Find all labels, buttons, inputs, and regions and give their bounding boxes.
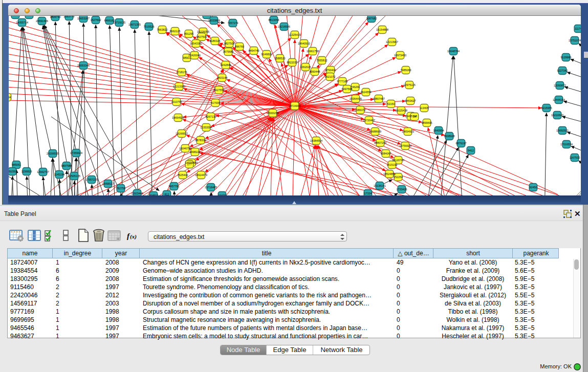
svg-text:16914479: 16914479	[195, 173, 207, 177]
svg-text:1640954: 1640954	[433, 129, 444, 132]
svg-text:10210643: 10210643	[551, 114, 563, 117]
svg-text:9498222: 9498222	[190, 150, 201, 154]
svg-text:17334: 17334	[364, 192, 372, 195]
svg-text:14055714: 14055714	[16, 21, 28, 24]
svg-text:11325419: 11325419	[289, 33, 301, 36]
svg-text:10653287: 10653287	[77, 17, 90, 20]
svg-text:16543382: 16543382	[190, 42, 202, 45]
svg-text:417006: 417006	[211, 101, 220, 104]
svg-text:9412: 9412	[468, 149, 474, 152]
svg-text:15720407: 15720407	[363, 119, 375, 122]
svg-text:7485063: 7485063	[401, 69, 411, 72]
svg-text:1621072: 1621072	[325, 75, 336, 78]
svg-text:8454749: 8454749	[249, 49, 259, 52]
svg-text:3624554: 3624554	[361, 91, 372, 94]
svg-text:1527602: 1527602	[91, 18, 101, 21]
svg-text:19218506: 19218506	[278, 25, 290, 28]
svg-text:9899695: 9899695	[422, 121, 432, 124]
svg-text:10958117: 10958117	[102, 182, 114, 185]
svg-text:746266: 746266	[351, 85, 360, 89]
svg-text:8427552: 8427552	[214, 89, 225, 92]
svg-text:8938928: 8938928	[444, 135, 455, 138]
svg-text:17957225: 17957225	[85, 178, 98, 181]
svg-text:891295: 891295	[184, 32, 193, 35]
svg-text:7357274: 7357274	[228, 21, 238, 25]
svg-text:2087682: 2087682	[366, 17, 377, 20]
svg-text:10671355: 10671355	[128, 23, 141, 26]
svg-text:9242845: 9242845	[221, 63, 231, 67]
svg-text:12093872: 12093872	[554, 84, 566, 87]
svg-text:12444154: 12444154	[553, 98, 565, 101]
svg-text:1167533: 1167533	[570, 156, 580, 159]
svg-text:19654923: 19654923	[402, 130, 414, 133]
svg-text:16046798: 16046798	[179, 147, 191, 150]
svg-text:62160: 62160	[387, 102, 395, 105]
svg-text:9084067: 9084067	[381, 152, 391, 155]
svg-text:18807249: 18807249	[374, 141, 386, 144]
svg-text:18640910: 18640910	[298, 42, 310, 45]
svg-text:7386372: 7386372	[355, 108, 366, 112]
svg-text:19654925: 19654925	[172, 116, 184, 119]
svg-text:2063779: 2063779	[64, 16, 75, 18]
svg-text:15692921: 15692921	[556, 129, 569, 132]
svg-text:252254: 252254	[394, 176, 403, 179]
svg-text:9129966: 9129966	[561, 56, 572, 59]
svg-text:8878334: 8878334	[195, 139, 206, 142]
svg-text:3675685: 3675685	[223, 50, 234, 53]
svg-text:92450: 92450	[530, 186, 537, 189]
svg-text:5215955: 5215955	[541, 106, 552, 110]
svg-text:10719135: 10719135	[113, 21, 125, 24]
svg-text:1145194: 1145194	[54, 173, 65, 176]
svg-text:177: 177	[187, 163, 192, 166]
svg-text:7515526: 7515526	[144, 25, 155, 28]
svg-text:11923448: 11923448	[131, 192, 143, 195]
svg-text:2064957: 2064957	[24, 16, 35, 16]
svg-text:113405: 113405	[420, 106, 429, 110]
svg-text:(x): (x)	[130, 233, 137, 240]
svg-text:10025438: 10025438	[395, 109, 407, 112]
svg-text:11174: 11174	[575, 27, 581, 30]
svg-text:53594: 53594	[9, 96, 11, 99]
svg-text:18300295: 18300295	[267, 112, 279, 115]
svg-text:28053346: 28053346	[77, 64, 90, 67]
svg-text:2803144: 2803144	[217, 76, 228, 79]
svg-text:12942737: 12942737	[37, 170, 49, 173]
svg-text:10807487: 10807487	[373, 97, 385, 100]
svg-text:1362615: 1362615	[300, 65, 311, 69]
svg-text:20364436: 20364436	[350, 97, 362, 100]
svg-text:1733426: 1733426	[397, 188, 407, 191]
svg-text:1806730: 1806730	[50, 16, 61, 18]
svg-text:6793402: 6793402	[325, 69, 336, 72]
svg-text:896760: 896760	[235, 45, 244, 48]
svg-text:20206535: 20206535	[47, 152, 59, 155]
svg-text:12213967: 12213967	[386, 40, 398, 43]
svg-text:19384554: 19384554	[310, 139, 322, 142]
svg-text:8186325: 8186325	[210, 39, 221, 42]
svg-text:15716485: 15716485	[205, 186, 217, 189]
svg-text:16033809: 16033809	[208, 19, 220, 22]
svg-text:15226055: 15226055	[197, 30, 209, 33]
svg-text:9827500: 9827500	[197, 35, 207, 38]
svg-text:12505135: 12505135	[68, 174, 80, 178]
svg-text:15136141: 15136141	[374, 184, 386, 187]
svg-text:9777169: 9777169	[337, 80, 348, 83]
svg-text:1603381: 1603381	[202, 16, 212, 16]
svg-text:19166822: 19166822	[176, 132, 188, 135]
svg-text:18612974: 18612974	[9, 16, 21, 16]
svg-text:10688609: 10688609	[369, 130, 381, 133]
svg-text:9457791: 9457791	[169, 185, 180, 188]
svg-text:8267130: 8267130	[206, 115, 216, 118]
svg-text:1010755: 1010755	[171, 100, 182, 103]
svg-text:782759: 782759	[116, 187, 125, 190]
svg-text:20691406: 20691406	[36, 19, 48, 23]
svg-text:9227342: 9227342	[557, 69, 568, 72]
svg-text:1588520: 1588520	[275, 57, 286, 60]
svg-text:391591: 391591	[9, 170, 17, 173]
svg-text:84: 84	[413, 115, 416, 118]
svg-text:11353594: 11353594	[200, 126, 212, 129]
svg-text:8813054: 8813054	[269, 18, 279, 21]
svg-text:16154808: 16154808	[376, 28, 388, 31]
svg-text:6879197: 6879197	[456, 142, 467, 145]
svg-text:98901: 98901	[183, 56, 191, 59]
svg-text:12975115: 12975115	[403, 83, 416, 86]
